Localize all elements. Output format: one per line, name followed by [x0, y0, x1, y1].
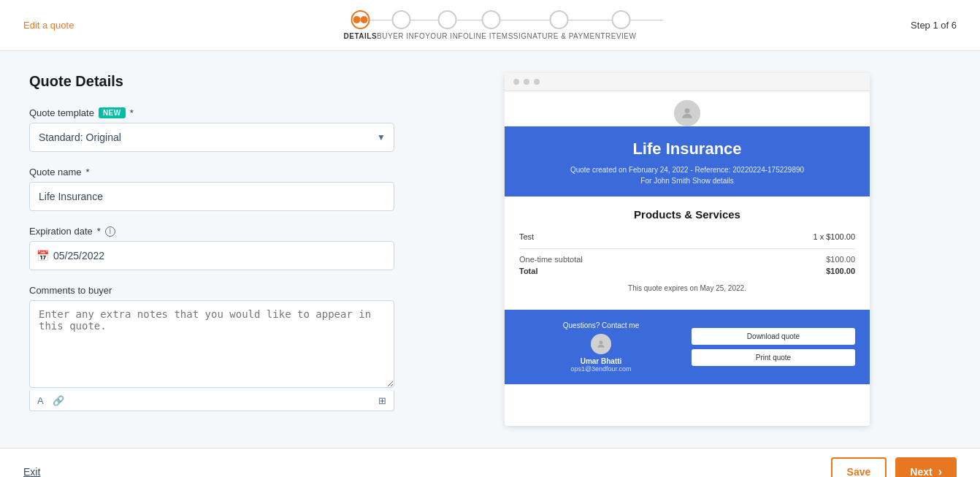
- print-quote-button[interactable]: Print quote: [692, 349, 855, 366]
- next-label: Next: [910, 466, 932, 478]
- stepper-item-review[interactable]: REVIEW: [605, 10, 636, 40]
- browser-dot-3: [534, 79, 540, 85]
- stepper-item-buyer-info[interactable]: BUYER INFO: [377, 10, 425, 40]
- preview-top-bar: [505, 73, 870, 91]
- edit-quote-link[interactable]: Edit a quote: [23, 20, 74, 31]
- browser-dot-1: [513, 79, 519, 85]
- browser-dot-2: [524, 79, 529, 85]
- preview-line-item: Test 1 x $100.00: [519, 229, 855, 244]
- preview-card: Life Insurance Quote created on February…: [505, 73, 870, 426]
- quote-name-group: Quote name *: [29, 167, 394, 211]
- info-icon[interactable]: i: [105, 226, 115, 237]
- template-label: Quote template NEW *: [29, 107, 394, 118]
- stepper-item-your-info[interactable]: YOUR INFO: [425, 10, 469, 40]
- quote-name-label: Quote name *: [29, 167, 394, 178]
- stepper-circle-review: [611, 10, 630, 29]
- preview-item-name: Test: [519, 232, 534, 241]
- footer-contact: Questions? Contact me: [519, 321, 683, 329]
- preview-subline2: For John Smith Show details: [519, 175, 855, 186]
- expiration-group: Expiration date * i 📅: [29, 226, 394, 270]
- quote-name-input[interactable]: [29, 182, 394, 211]
- preview-avatar: [674, 100, 700, 126]
- stepper-item-details[interactable]: DETAILS: [344, 10, 378, 40]
- preview-item-price: 1 x $100.00: [813, 232, 855, 241]
- template-select-wrapper: Standard: Original ▼: [29, 123, 394, 152]
- next-button[interactable]: Next ›: [895, 457, 957, 478]
- footer-avatar: [591, 334, 611, 354]
- comments-group: Comments to buyer A 🔗 ⊞: [29, 285, 394, 411]
- preview-divider: [519, 248, 855, 249]
- stepper-circle-your-info: [437, 10, 456, 29]
- expiration-date-input[interactable]: [29, 241, 394, 270]
- preview-subtotal: One-time subtotal $100.00: [519, 253, 855, 265]
- comments-textarea[interactable]: [29, 300, 394, 388]
- preview-subline1: Quote created on February 24, 2022 - Ref…: [519, 164, 855, 175]
- rep-name: Umar Bhatti: [519, 357, 683, 365]
- footer-buttons: Download quote Print quote: [692, 328, 855, 366]
- stepper-label-details: DETAILS: [344, 32, 378, 40]
- save-button[interactable]: Save: [831, 457, 887, 478]
- stepper-circle-line-items: [482, 10, 501, 29]
- svg-point-1: [600, 340, 603, 344]
- download-quote-button[interactable]: Download quote: [692, 328, 855, 345]
- stepper-label-your-info: YOUR INFO: [425, 32, 469, 40]
- bottom-actions: Save Next ›: [831, 457, 957, 478]
- stepper-label-signature-payment: SIGNATURE & PAYMENT: [513, 32, 605, 40]
- stepper-label-buyer-info: BUYER INFO: [377, 32, 425, 40]
- preview-panel: Life Insurance Quote created on February…: [424, 73, 951, 426]
- stepper-circle-buyer-info: [391, 10, 410, 29]
- stepper-circle-signature-payment: [550, 10, 569, 29]
- stepper-item-line-items[interactable]: LINE ITEMS: [469, 10, 513, 40]
- comments-textarea-wrapper: A 🔗 ⊞: [29, 300, 394, 411]
- link-icon[interactable]: 🔗: [53, 395, 64, 406]
- next-arrow-icon: ›: [938, 465, 942, 478]
- stepper-item-signature-payment[interactable]: SIGNATURE & PAYMENT: [513, 10, 605, 40]
- top-bar: Edit a quote DETAILS BUYER INFO YOUR INF…: [0, 0, 980, 51]
- bottom-bar: Exit Save Next ›: [0, 448, 980, 477]
- step-indicator: Step 1 of 6: [911, 20, 957, 31]
- page-title: Quote Details: [29, 73, 394, 90]
- expiration-label: Expiration date * i: [29, 226, 394, 237]
- preview-footer: Questions? Contact me Umar Bhatti ops1@3…: [505, 310, 870, 384]
- preview-body: Products & Services Test 1 x $100.00 One…: [505, 196, 870, 310]
- stepper-circle-details: [351, 10, 370, 29]
- footer-left: Questions? Contact me Umar Bhatti ops1@3…: [519, 321, 683, 373]
- required-star: *: [130, 107, 134, 118]
- preview-expiry: This quote expires on May 25, 2022.: [519, 284, 855, 298]
- form-panel: Quote Details Quote template NEW * Stand…: [29, 73, 394, 426]
- expand-icon[interactable]: ⊞: [378, 395, 386, 406]
- preview-title: Life Insurance: [519, 140, 855, 159]
- comments-label: Comments to buyer: [29, 285, 394, 296]
- stepper-label-review: REVIEW: [605, 32, 636, 40]
- svg-point-0: [685, 108, 690, 113]
- rep-email: ops1@3endfour.com: [519, 365, 683, 373]
- preview-avatar-row: [505, 91, 870, 126]
- textarea-toolbar: A 🔗 ⊞: [29, 391, 394, 411]
- date-wrapper: 📅: [29, 241, 394, 270]
- text-format-icon[interactable]: A: [37, 395, 44, 406]
- stepper: DETAILS BUYER INFO YOUR INFO LINE ITEMS …: [344, 10, 637, 40]
- preview-section-title: Products & Services: [519, 208, 855, 221]
- preview-header: Life Insurance Quote created on February…: [505, 126, 870, 196]
- exit-button[interactable]: Exit: [23, 466, 40, 478]
- new-badge: NEW: [99, 107, 126, 118]
- main-content: Quote Details Quote template NEW * Stand…: [0, 51, 980, 448]
- template-select[interactable]: Standard: Original: [29, 123, 394, 152]
- calendar-icon: 📅: [37, 250, 49, 262]
- template-group: Quote template NEW * Standard: Original …: [29, 107, 394, 152]
- preview-total: Total $100.00: [519, 265, 855, 277]
- stepper-label-line-items: LINE ITEMS: [469, 32, 513, 40]
